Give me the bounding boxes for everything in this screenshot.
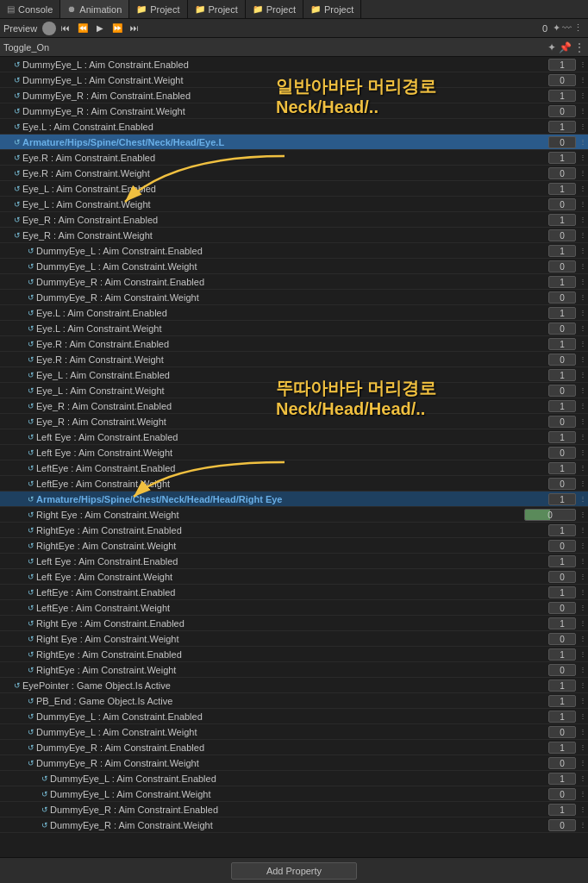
table-row[interactable]: ↺DummyEye_R : Aim Constraint.Weight0⋮ — [0, 103, 588, 119]
table-row[interactable]: ↺DummyEye_L : Aim Constraint.Enabled1⋮ — [0, 243, 588, 259]
property-menu-button[interactable]: ⋮ — [578, 278, 588, 285]
property-menu-button[interactable]: ⋮ — [578, 790, 588, 798]
property-value-box[interactable]: 0 — [548, 540, 576, 552]
clip-key-icon[interactable]: ✦ — [547, 41, 556, 53]
property-value-bar[interactable]: 0 — [524, 509, 576, 521]
property-menu-button[interactable]: ⋮ — [578, 262, 588, 270]
property-menu-button[interactable]: ⋮ — [578, 138, 588, 146]
table-row[interactable]: ↺DummyEye_L : Aim Constraint.Enabled1⋮ — [0, 57, 588, 72]
tab-animation[interactable]: ⏺ Animation — [60, 0, 129, 18]
play-button[interactable]: ▶ — [92, 21, 108, 36]
property-menu-button[interactable]: ⋮ — [578, 464, 588, 472]
property-value-box[interactable]: 1 — [548, 773, 576, 785]
property-menu-button[interactable]: ⋮ — [578, 60, 588, 68]
table-row[interactable]: ↺DummyEye_R : Aim Constraint.Weight0⋮ — [0, 290, 588, 305]
tab-project-4[interactable]: 📁 Project — [303, 0, 361, 18]
property-value-box[interactable]: 0 — [548, 633, 576, 645]
clip-menu-icon[interactable]: ⋮ — [574, 41, 585, 53]
property-menu-button[interactable]: ⋮ — [578, 169, 588, 177]
property-value-box[interactable]: 0 — [548, 757, 576, 769]
table-row[interactable]: ↺Eye.R : Aim Constraint.Enabled1⋮ — [0, 150, 588, 166]
property-value-box[interactable]: 0 — [548, 788, 576, 800]
record-button[interactable] — [42, 22, 56, 35]
property-menu-button[interactable]: ⋮ — [578, 681, 588, 689]
property-value-box[interactable]: 0 — [548, 136, 576, 148]
property-value-box[interactable]: 1 — [548, 121, 576, 133]
property-menu-button[interactable]: ⋮ — [578, 371, 588, 379]
property-menu-button[interactable]: ⋮ — [578, 324, 588, 332]
property-menu-button[interactable]: ⋮ — [578, 153, 588, 161]
table-row[interactable]: ↺Eye.R : Aim Constraint.Enabled1⋮ — [0, 336, 588, 352]
property-menu-button[interactable]: ⋮ — [578, 604, 588, 611]
property-menu-button[interactable]: ⋮ — [578, 557, 588, 565]
curves-icon[interactable]: 〰 — [562, 22, 572, 34]
table-row[interactable]: ↺Eye.L : Aim Constraint.Enabled1⋮ — [0, 119, 588, 135]
property-value-box[interactable]: 0 — [548, 354, 576, 366]
property-value-box[interactable]: 1 — [548, 90, 576, 102]
table-row[interactable]: ↺DummyEye_R : Aim Constraint.Enabled1⋮ — [0, 802, 588, 817]
table-row[interactable]: ↺LeftEye : Aim Constraint.Enabled1⋮ — [0, 460, 588, 476]
property-menu-button[interactable]: ⋮ — [578, 402, 588, 410]
property-value-box[interactable]: 0 — [548, 726, 576, 738]
table-row[interactable]: ↺DummyEye_L : Aim Constraint.Weight0⋮ — [0, 724, 588, 740]
property-value-box[interactable]: 0 — [548, 291, 576, 304]
property-menu-button[interactable]: ⋮ — [578, 309, 588, 316]
property-value-box[interactable]: 1 — [548, 711, 576, 723]
property-menu-button[interactable]: ⋮ — [578, 510, 588, 518]
property-value-box[interactable]: 1 — [548, 276, 576, 288]
tab-console[interactable]: ▤ Console — [0, 0, 60, 18]
tab-project-3[interactable]: 📁 Project — [246, 0, 303, 18]
property-value-box[interactable]: 0 — [548, 664, 576, 676]
property-menu-button[interactable]: ⋮ — [578, 355, 588, 363]
table-row[interactable]: ↺Eye_R : Aim Constraint.Weight0⋮ — [0, 414, 588, 429]
table-row[interactable]: ↺Eye_R : Aim Constraint.Enabled1⋮ — [0, 398, 588, 414]
table-row[interactable]: ↺Eye_L : Aim Constraint.Weight0⋮ — [0, 383, 588, 398]
table-row[interactable]: ↺Eye.R : Aim Constraint.Weight0⋮ — [0, 352, 588, 367]
property-menu-button[interactable]: ⋮ — [578, 386, 588, 394]
clip-pin-icon[interactable]: 📌 — [559, 41, 572, 53]
table-row[interactable]: ↺Left Eye : Aim Constraint.Enabled1⋮ — [0, 429, 588, 445]
property-value-box[interactable]: 1 — [548, 586, 576, 598]
table-row[interactable]: ↺LeftEye : Aim Constraint.Enabled1⋮ — [0, 585, 588, 600]
table-row[interactable]: ↺Right Eye : Aim Constraint.Enabled1⋮ — [0, 616, 588, 631]
property-menu-button[interactable]: ⋮ — [578, 200, 588, 208]
property-menu-button[interactable]: ⋮ — [578, 122, 588, 130]
property-menu-button[interactable]: ⋮ — [578, 712, 588, 720]
property-value-box[interactable]: 1 — [548, 183, 576, 195]
table-row[interactable]: ↺PB_End : Game Object.Is Active1⋮ — [0, 693, 588, 709]
table-row[interactable]: ↺DummyEye_R : Aim Constraint.Weight0⋮ — [0, 817, 588, 833]
property-value-box[interactable]: 0 — [548, 416, 576, 428]
property-menu-button[interactable]: ⋮ — [578, 805, 588, 813]
property-value-box[interactable]: 0 — [548, 447, 576, 459]
property-menu-button[interactable]: ⋮ — [578, 479, 588, 487]
table-row[interactable]: ↺DummyEye_R : Aim Constraint.Enabled1⋮ — [0, 740, 588, 755]
table-row[interactable]: ↺Left Eye : Aim Constraint.Enabled1⋮ — [0, 554, 588, 569]
table-row[interactable]: ↺LeftEye : Aim Constraint.Weight0⋮ — [0, 476, 588, 492]
property-menu-button[interactable]: ⋮ — [578, 650, 588, 658]
property-value-box[interactable]: 1 — [548, 742, 576, 754]
property-value-box[interactable]: 0 — [548, 478, 576, 490]
property-value-box[interactable]: 1 — [548, 338, 576, 350]
property-value-box[interactable]: 0 — [548, 229, 576, 241]
property-menu-button[interactable]: ⋮ — [578, 107, 588, 115]
property-menu-button[interactable]: ⋮ — [578, 588, 588, 596]
property-menu-button[interactable]: ⋮ — [578, 340, 588, 348]
property-value-box[interactable]: 0 — [548, 323, 576, 335]
table-row[interactable]: ↺DummyEye_L : Aim Constraint.Enabled1⋮ — [0, 771, 588, 786]
property-menu-button[interactable]: ⋮ — [578, 448, 588, 456]
table-row[interactable]: ↺Eye_R : Aim Constraint.Weight0⋮ — [0, 228, 588, 243]
table-row[interactable]: ↺LeftEye : Aim Constraint.Weight0⋮ — [0, 600, 588, 616]
property-value-box[interactable]: 0 — [548, 105, 576, 117]
add-property-button[interactable]: Add Property — [231, 862, 357, 880]
property-value-box[interactable]: 1 — [548, 307, 576, 319]
property-value-box[interactable]: 1 — [548, 400, 576, 412]
table-row[interactable]: ↺Armature/Hips/Spine/Chest/Neck/Head/Hea… — [0, 492, 588, 507]
table-row[interactable]: ↺Eye_L : Aim Constraint.Enabled1⋮ — [0, 181, 588, 197]
property-menu-button[interactable]: ⋮ — [578, 573, 588, 580]
table-row[interactable]: ↺Right Eye : Aim Constraint.Weight0⋮ — [0, 631, 588, 647]
property-menu-button[interactable]: ⋮ — [578, 76, 588, 84]
property-value-box[interactable]: 1 — [548, 804, 576, 816]
property-menu-button[interactable]: ⋮ — [578, 293, 588, 301]
table-row[interactable]: ↺RightEye : Aim Constraint.Weight0⋮ — [0, 538, 588, 554]
property-value-box[interactable]: 1 — [548, 524, 576, 536]
